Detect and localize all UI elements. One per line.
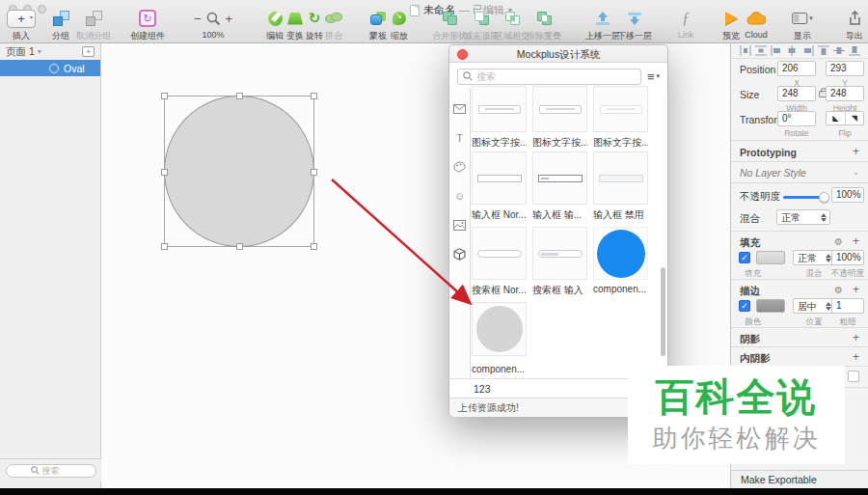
fill-opacity-field[interactable]: 100%	[831, 250, 864, 265]
component-card[interactable]: componen...	[472, 302, 527, 374]
search-input[interactable]	[42, 466, 71, 476]
transform-button[interactable]: 变换	[286, 9, 304, 42]
component-card[interactable]: 输入框 输...	[532, 151, 587, 222]
resize-handle-se[interactable]	[311, 243, 317, 250]
fill-blend-dropdown[interactable]: 正常	[793, 250, 835, 265]
tab-smiley-icon[interactable]: ☺	[452, 188, 468, 204]
move-backward-button[interactable]: 下移一层	[617, 9, 652, 42]
fill-color-swatch[interactable]	[756, 251, 785, 264]
mask-button[interactable]: 蒙板	[369, 9, 387, 42]
tab-image-icon[interactable]	[452, 217, 468, 233]
layer-search-field[interactable]	[6, 464, 96, 478]
add-icon[interactable]: +	[853, 145, 859, 158]
search-input[interactable]	[476, 71, 636, 82]
link-button[interactable]: ƒ Link	[678, 9, 694, 40]
distribute-vertical-icon[interactable]	[755, 45, 767, 56]
zoom-out-icon[interactable]: −	[194, 12, 202, 26]
layer-style-dropdown[interactable]: No Layer Style	[740, 167, 806, 179]
align-right-icon[interactable]	[802, 45, 814, 56]
flip-vertical-icon[interactable]: ◥	[846, 112, 864, 124]
component-card[interactable]: 图标文字按...	[472, 86, 527, 150]
resize-handle-ne[interactable]	[311, 93, 317, 99]
component-card[interactable]: 图标文字按...	[532, 86, 587, 150]
component-card[interactable]: 输入框 禁用	[593, 151, 648, 222]
resize-handle-s[interactable]	[236, 243, 243, 250]
gear-icon[interactable]: ⚙	[834, 236, 843, 247]
gear-icon[interactable]: ⚙	[834, 285, 843, 295]
add-inner-shadow-icon[interactable]: +	[853, 350, 859, 364]
cloud-button[interactable]: Cloud	[745, 9, 768, 40]
add-page-button[interactable]: +	[82, 46, 95, 57]
zoom-in-icon[interactable]: +	[226, 12, 233, 26]
component-card[interactable]: 搜索框 Nor...	[472, 227, 527, 297]
slider-knob[interactable]	[819, 192, 829, 203]
align-left-icon[interactable]	[771, 45, 782, 56]
create-symbol-button[interactable]: ↻ 创建组件	[130, 9, 165, 42]
tab-envelope-icon[interactable]	[452, 101, 468, 117]
flip-horizontal-icon[interactable]: ◣	[827, 112, 846, 124]
page-list-item[interactable]: 页面 1 ▾ +	[0, 43, 100, 60]
align-center-horizontal-icon[interactable]	[786, 45, 798, 56]
intersect-button[interactable]: 区域相交	[495, 9, 529, 42]
add-border-icon[interactable]: +	[853, 283, 859, 296]
y-field[interactable]: 293	[826, 61, 864, 76]
edit-button[interactable]: 编辑	[266, 9, 284, 42]
resize-handle-sw[interactable]	[161, 243, 168, 250]
rotate-field[interactable]: 0°	[777, 111, 816, 126]
resize-handle-nw[interactable]	[161, 93, 168, 99]
zoom-control[interactable]: − + 100%	[194, 9, 232, 40]
insert-button[interactable]: +▾ 插入	[7, 9, 36, 42]
flip-buttons[interactable]: ◣ ◥	[826, 111, 864, 125]
align-top-icon[interactable]	[818, 45, 829, 56]
component-card[interactable]: 搜索框 输入	[532, 227, 587, 297]
rotate-button[interactable]: ↻ 旋转	[306, 9, 323, 42]
align-middle-vertical-icon[interactable]	[833, 45, 845, 56]
preview-button[interactable]: 预览	[722, 9, 740, 42]
zoom-window-button[interactable]	[38, 5, 46, 14]
panel-titlebar[interactable]: Mockplus设计系统	[449, 45, 667, 63]
component-card[interactable]: 图标文字按...	[593, 86, 648, 150]
show-button[interactable]: ▾ 显示	[792, 9, 813, 42]
tab-components-icon[interactable]	[452, 246, 468, 261]
component-search-field[interactable]	[457, 69, 641, 85]
border-position-dropdown[interactable]: 居中	[793, 298, 835, 314]
blend-dropdown[interactable]: 正常	[776, 209, 830, 225]
panel-scrollbar[interactable]	[661, 267, 665, 356]
move-forward-button[interactable]: 上移一层	[585, 9, 620, 42]
export-button[interactable]: 导出	[846, 9, 863, 42]
flatten-button[interactable]: 拼合	[325, 9, 342, 42]
align-bottom-icon[interactable]	[849, 45, 860, 56]
border-color-swatch[interactable]	[756, 299, 785, 313]
close-icon[interactable]	[457, 49, 468, 60]
add-shadow-icon[interactable]: +	[853, 331, 859, 344]
scale-button[interactable]: 缩放	[391, 9, 408, 42]
opacity-value-field[interactable]: 100%	[831, 187, 864, 203]
ungroup-button[interactable]: 取消分组	[76, 9, 111, 42]
opacity-slider[interactable]	[783, 196, 826, 199]
component-card[interactable]: 输入框 Nor...	[472, 151, 527, 222]
border-width-field[interactable]: 1	[831, 298, 864, 314]
layer-list-item-oval[interactable]: Oval	[0, 60, 100, 76]
tab-text-icon[interactable]: T	[452, 130, 468, 146]
fill-checkbox[interactable]: ✓	[739, 252, 750, 263]
tab-palette-icon[interactable]	[452, 159, 468, 175]
resize-handle-e[interactable]	[311, 169, 317, 176]
panel-menu-button[interactable]: ≡ ▾	[647, 69, 660, 84]
subtract-button[interactable]: 减去顶层	[464, 9, 499, 42]
add-fill-icon[interactable]: +	[853, 234, 859, 248]
distribute-horizontal-icon[interactable]	[740, 45, 751, 56]
make-exportable-button[interactable]: Make Exportable +	[731, 470, 868, 489]
height-field[interactable]: 248	[826, 86, 864, 101]
oval-shape[interactable]	[164, 96, 314, 247]
union-button[interactable]: 合并形状	[432, 9, 467, 42]
group-button[interactable]: 分组	[52, 9, 69, 42]
magnifier-icon	[206, 12, 221, 26]
border-checkbox[interactable]: ✓	[739, 300, 750, 312]
x-field[interactable]: 206	[777, 61, 816, 76]
resize-handle-w[interactable]	[161, 169, 168, 176]
difference-button[interactable]: 排除重叠	[527, 9, 561, 42]
width-field[interactable]: 248	[777, 86, 816, 101]
resize-handle-n[interactable]	[236, 93, 243, 99]
component-card[interactable]: componen...	[593, 227, 648, 294]
blur-checkbox[interactable]	[848, 371, 859, 382]
